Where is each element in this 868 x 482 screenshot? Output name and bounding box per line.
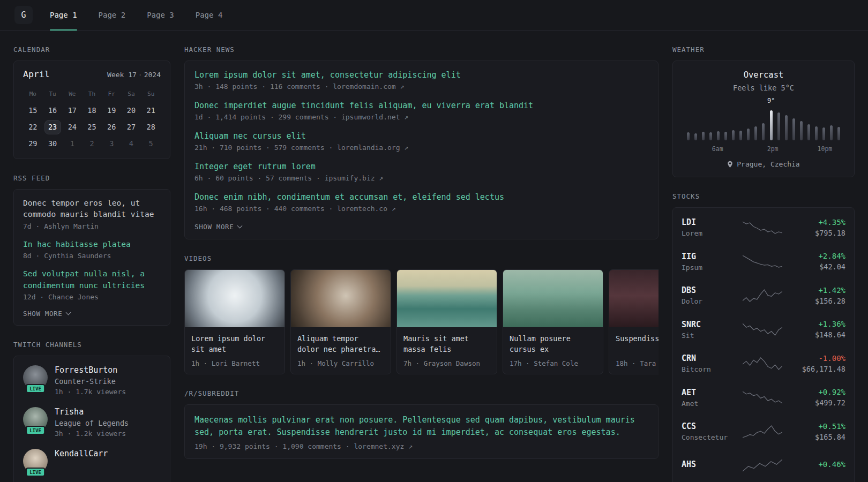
twitch-channel-meta: 1h · 1.7k viewers	[55, 388, 126, 396]
tab-page-1[interactable]: Page 1	[50, 0, 77, 30]
weather-time-label: 10pm	[818, 145, 833, 153]
video-card[interactable]: Suspendisse diam18h · Tara	[609, 269, 659, 374]
rss-item-title[interactable]: Donec tempor eros leo, ut commodo mauris…	[23, 198, 161, 221]
weather-time-label: 2pm	[767, 145, 779, 153]
video-meta: 18h · Tara	[616, 359, 659, 367]
calendar-day: 17	[62, 102, 82, 119]
calendar-header: April Week 17·2024	[23, 69, 161, 79]
stock-row[interactable]: DBSDolor+1.42%$156.28	[682, 278, 845, 313]
video-card[interactable]: Aliquam tempor dolor nec pharetra…1h · M…	[290, 269, 391, 374]
hackernews-item-title[interactable]: Integer eget rutrum lorem	[194, 162, 648, 171]
twitch-channel-name[interactable]: ForrestBurton	[55, 365, 126, 375]
hackernews-item: Integer eget rutrum lorem6h · 60 points …	[194, 162, 648, 182]
calendar-weekday-label: Fr	[102, 87, 122, 102]
video-card-body: Lorem ipsum dolor sit amet consectetu…1h…	[185, 327, 285, 374]
calendar-day-selected: 23	[44, 120, 61, 134]
stock-row[interactable]: AHS+0.46%	[682, 449, 845, 482]
video-card[interactable]: Nullam posuere cursus ex17h · Stefan Col…	[503, 269, 603, 374]
stock-change: +1.42%	[792, 286, 845, 295]
video-card-body: Mauris sit amet massa felis7h · Grayson …	[397, 327, 497, 374]
twitch-channel-name[interactable]: KendallCarr	[55, 449, 108, 458]
rss-item-title[interactable]: In hac habitasse platea	[23, 239, 161, 250]
video-card[interactable]: Mauris sit amet massa felis7h · Grayson …	[396, 269, 497, 374]
live-badge: LIVE	[26, 468, 45, 477]
app-logo[interactable]: G	[14, 6, 33, 24]
twitch-channel-game: League of Legends	[55, 419, 129, 427]
stock-change: +4.35%	[792, 218, 845, 227]
stock-symbol: CRN	[682, 353, 733, 363]
weather-hour-bar	[732, 130, 735, 140]
stock-price: $795.18	[792, 229, 845, 237]
weather-hour-bar	[792, 118, 795, 140]
stock-price: $148.64	[792, 330, 845, 339]
video-title[interactable]: Nullam posuere cursus ex	[510, 333, 596, 355]
hackernews-item-title[interactable]: Donec imperdiet augue tincidunt felis al…	[194, 101, 648, 110]
stock-symbol: AET	[682, 388, 733, 397]
tab-page-4[interactable]: Page 4	[196, 0, 223, 30]
weather-time-label: 6am	[712, 145, 723, 153]
calendar-day: 1	[62, 135, 82, 152]
twitch-channel-row[interactable]: LIVEKendallCarr	[23, 449, 161, 476]
calendar-day: 24	[62, 119, 82, 135]
twitch-channel-info: ForrestBurtonCounter-Strike1h · 1.7k vie…	[55, 365, 126, 396]
stock-row[interactable]: CRNBitcorn-1.00%$66,171.48	[682, 347, 845, 381]
hackernews-item: Aliquam nec cursus elit21h · 710 points …	[194, 131, 648, 152]
dashboard: CALENDAR April Week 17·2024 MoTuWeThFrSa…	[0, 31, 868, 482]
stock-row[interactable]: SNRCSit+1.36%$148.64	[682, 313, 845, 347]
hackernews-item-title[interactable]: Aliquam nec cursus elit	[194, 131, 648, 141]
weather-time-axis: 6am2pm10pm	[687, 145, 840, 153]
video-title[interactable]: Lorem ipsum dolor sit amet consectetu…	[191, 333, 278, 355]
calendar-weekday-label: We	[62, 87, 82, 102]
video-meta: 7h · Grayson Dawson	[403, 359, 490, 367]
stock-row[interactable]: CCSConsectetur+0.51%$165.84	[682, 415, 845, 449]
stock-row[interactable]: LDILorem+4.35%$795.18	[682, 210, 845, 245]
stock-row[interactable]: AETAmet+0.92%$499.72	[682, 381, 845, 415]
subreddit-post-title[interactable]: Maecenas mollis pulvinar erat non posuer…	[194, 414, 648, 439]
hackernews-item-title[interactable]: Lorem ipsum dolor sit amet, consectetur …	[194, 70, 648, 80]
left-column: CALENDAR April Week 17·2024 MoTuWeThFrSa…	[13, 46, 170, 482]
weather-hour-bar	[837, 127, 840, 140]
stock-price: $42.04	[792, 262, 845, 271]
stock-identity: CRNBitcorn	[682, 353, 733, 373]
subreddit-post-meta: 19h · 9,932 points · 1,090 comments · lo…	[194, 442, 648, 450]
tab-page-3[interactable]: Page 3	[147, 0, 174, 30]
hackernews-item-title[interactable]: Donec enim nibh, condimentum et accumsan…	[194, 192, 648, 202]
hackernews-widget: HACKER NEWS Lorem ipsum dolor sit amet, …	[184, 46, 659, 239]
video-card-body: Nullam posuere cursus ex17h · Stefan Col…	[503, 327, 603, 374]
calendar-weekday-label: Sa	[122, 87, 141, 102]
stock-change: +1.36%	[792, 320, 845, 328]
weather-section-title: WEATHER	[672, 46, 855, 54]
weather-hour-bar	[830, 125, 833, 140]
video-thumbnail	[609, 270, 659, 327]
video-card-body: Aliquam tempor dolor nec pharetra…1h · M…	[291, 327, 391, 374]
stock-name: Lorem	[682, 229, 733, 237]
center-column: HACKER NEWS Lorem ipsum dolor sit amet, …	[184, 46, 659, 482]
twitch-channel-name[interactable]: Trisha	[55, 407, 129, 417]
video-title[interactable]: Aliquam tempor dolor nec pharetra…	[297, 333, 384, 355]
stock-identity: AETAmet	[682, 388, 733, 408]
stock-identity: AHS	[682, 460, 733, 471]
stock-price: $156.28	[792, 297, 845, 305]
rss-item-meta: 8d · Cynthia Saunders	[23, 252, 161, 260]
rss-item-title[interactable]: Sed volutpat nulla nisl, a condimentum n…	[23, 268, 161, 291]
calendar-week-label: Week 17	[107, 71, 137, 79]
video-title[interactable]: Mauris sit amet massa felis	[403, 333, 490, 355]
hackernews-card: Lorem ipsum dolor sit amet, consectetur …	[184, 61, 659, 239]
stock-name: Sit	[682, 332, 733, 340]
hackernews-show-more-button[interactable]: SHOW MORE	[194, 223, 648, 231]
tab-page-2[interactable]: Page 2	[99, 0, 126, 30]
video-card[interactable]: Lorem ipsum dolor sit amet consectetu…1h…	[184, 269, 285, 374]
weather-hour-bar	[739, 131, 742, 140]
stock-name: Ipsum	[682, 263, 733, 272]
stock-row[interactable]: IIGIpsum+2.84%$42.04	[682, 245, 845, 279]
live-badge: LIVE	[26, 384, 45, 393]
video-title[interactable]: Suspendisse diam	[616, 333, 659, 355]
video-meta: 1h · Lori Barnett	[191, 359, 278, 367]
stock-sparkline-wrap	[733, 425, 792, 439]
twitch-channel-row[interactable]: LIVETrishaLeague of Legends3h · 1.2k vie…	[23, 407, 161, 438]
twitch-channel-row[interactable]: LIVEForrestBurtonCounter-Strike1h · 1.7k…	[23, 365, 161, 396]
stock-sparkline	[743, 254, 782, 268]
stock-sparkline-wrap	[733, 357, 792, 371]
rss-show-more-button[interactable]: SHOW MORE	[23, 310, 161, 318]
calendar-day: 29	[23, 135, 43, 152]
